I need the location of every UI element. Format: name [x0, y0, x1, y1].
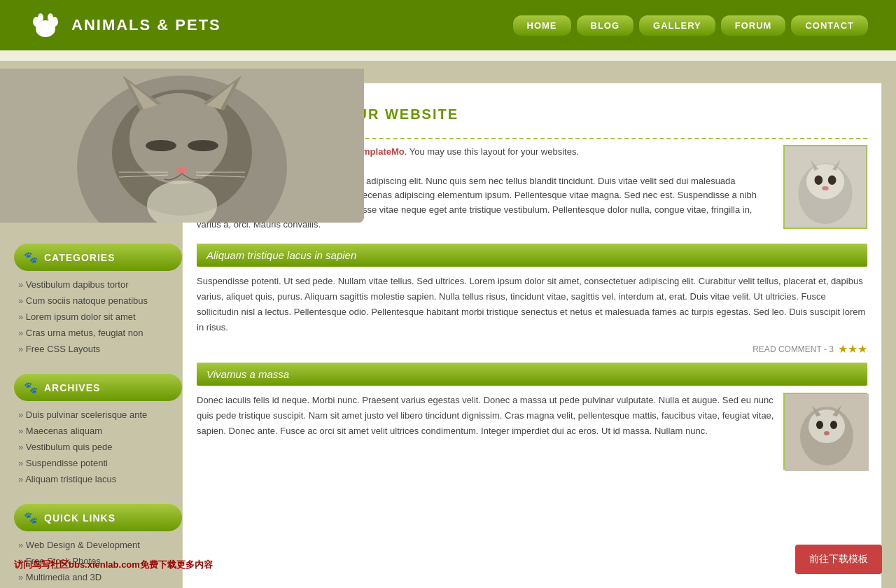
logo-paw-icon	[28, 8, 63, 43]
hero-image	[0, 69, 364, 223]
svg-point-40	[830, 421, 837, 429]
svg-point-41	[824, 431, 830, 435]
list-item: Web Design & Development	[17, 537, 182, 553]
list-item: Flash Templates	[17, 585, 182, 588]
svg-point-3	[38, 13, 43, 22]
svg-point-32	[828, 176, 836, 186]
list-item: Suspendisse potenti	[17, 455, 182, 471]
svg-point-31	[815, 176, 823, 186]
quicklinks-section: 🐾 QUICK LINKS Web Design & Development F…	[14, 504, 182, 588]
article2-image	[783, 393, 867, 470]
star-rating: ★★★	[838, 342, 867, 356]
article1-text: Suspendisse potenti. Ut sed pede. Nullam…	[197, 274, 867, 335]
archive-link[interactable]: Duis pulvinar scelerisque ante	[26, 410, 147, 420]
list-item: Cras urna metus, feugiat non	[17, 325, 182, 341]
svg-point-33	[822, 186, 829, 190]
archive-link[interactable]: Maecenas aliquam	[26, 426, 102, 436]
sidebar: 🐾 CATEGORIES Vestibulum dapibus tortor C…	[14, 244, 182, 588]
nav-blog[interactable]: BLOG	[577, 15, 634, 36]
archives-section: 🐾 ARCHIVES Duis pulvinar scelerisque ant…	[14, 374, 182, 487]
list-item: Maecenas aliquam	[17, 423, 182, 439]
list-item: Multimedia and 3D	[17, 569, 182, 585]
article2-text: Donec iaculis felis id neque. Morbi nunc…	[197, 393, 775, 439]
category-link[interactable]: Lorem ipsum dolor sit amet	[26, 312, 136, 322]
nav-contact[interactable]: CONTACT	[791, 15, 868, 36]
svg-point-13	[146, 140, 176, 151]
archives-list: Duis pulvinar scelerisque ante Maecenas …	[14, 407, 182, 487]
archive-link[interactable]: Vestibulum quis pede	[26, 442, 113, 452]
category-link[interactable]: Cras urna metus, feugiat non	[26, 328, 144, 338]
archives-paw-icon: 🐾	[24, 381, 38, 394]
list-item: Vestibulum dapibus tortor	[17, 276, 182, 293]
quicklink[interactable]: Multimedia and 3D	[26, 572, 102, 582]
categories-list: Vestibulum dapibus tortor Cum sociis nat…	[14, 276, 182, 357]
read-comment-bar: READ COMMENT - 3 ★★★	[197, 342, 867, 356]
quicklinks-paw-icon: 🐾	[24, 511, 38, 524]
list-item: Vestibulum quis pede	[17, 439, 182, 455]
svg-point-15	[176, 167, 188, 174]
svg-point-38	[808, 410, 845, 443]
logo: ANIMALS & PETS	[28, 8, 221, 43]
subheader-bar	[0, 50, 896, 62]
archive-link[interactable]: Suspendisse potenti	[26, 458, 108, 468]
watermark: 访问鸟写社区bbs.xienlab.com免费下载更多内容	[14, 559, 213, 571]
list-item: Duis pulvinar scelerisque ante	[17, 407, 182, 423]
site-header: ANIMALS & PETS HOME BLOG GALLERY FORUM C…	[0, 0, 896, 50]
svg-point-39	[816, 421, 823, 429]
svg-point-4	[48, 13, 53, 22]
categories-heading: 🐾 CATEGORIES	[14, 244, 182, 271]
nav-forum[interactable]: FORUM	[721, 15, 786, 36]
archives-heading: 🐾 ARCHIVES	[14, 374, 182, 401]
main-nav: HOME BLOG GALLERY FORUM CONTACT	[513, 15, 868, 36]
quicklinks-heading: 🐾 QUICK LINKS	[14, 504, 182, 531]
nav-home[interactable]: HOME	[513, 15, 571, 36]
list-item: Lorem ipsum dolor sit amet	[17, 309, 182, 325]
main-wrapper: 🐾 CATEGORIES Vestibulum dapibus tortor C…	[0, 62, 896, 588]
download-button[interactable]: 前往下载模板	[795, 545, 882, 574]
categories-paw-icon: 🐾	[24, 251, 38, 264]
category-link[interactable]: Vestibulum dapibus tortor	[26, 279, 129, 290]
article2-heading: Vivamus a massa	[197, 363, 867, 386]
archive-link[interactable]: Aliquam tristique lacus	[25, 474, 116, 484]
list-item: Cum sociis natoque penatibus	[17, 293, 182, 309]
list-item: Free CSS Layouts	[17, 341, 182, 357]
svg-point-30	[806, 164, 844, 199]
article2-body: Donec iaculis felis id neque. Morbi nunc…	[197, 393, 867, 470]
logo-title: ANIMALS & PETS	[71, 16, 221, 34]
categories-section: 🐾 CATEGORIES Vestibulum dapibus tortor C…	[14, 244, 182, 357]
read-comment-text: READ COMMENT - 3	[752, 344, 834, 354]
quicklink[interactable]: Web Design & Development	[26, 540, 140, 550]
category-link[interactable]: Cum sociis natoque penatibus	[26, 295, 148, 306]
category-link[interactable]: Free CSS Layouts	[26, 344, 100, 354]
nav-gallery[interactable]: GALLERY	[639, 15, 715, 36]
svg-point-14	[188, 140, 218, 151]
article1-heading: Aliquam tristique lacus in sapien	[197, 244, 867, 267]
welcome-image	[783, 145, 867, 229]
list-item: Aliquam tristique lacus	[17, 471, 182, 487]
